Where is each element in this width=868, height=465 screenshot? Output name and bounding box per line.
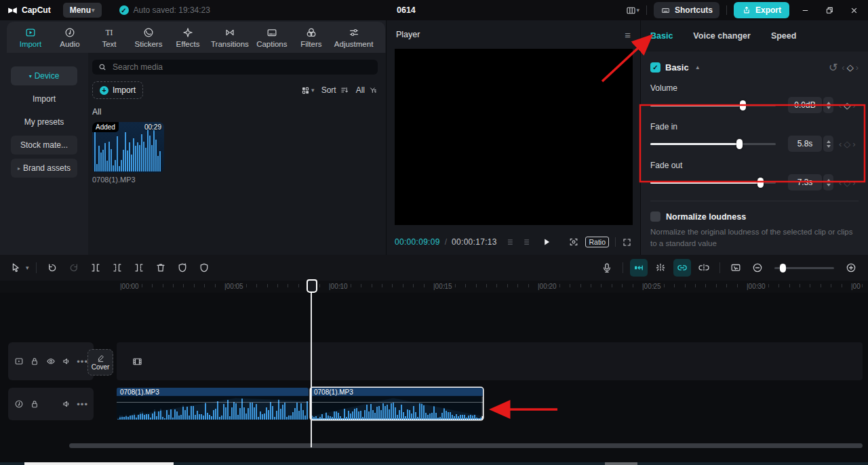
magnet-icon[interactable] [630,259,648,277]
timeline-zoom-slider[interactable] [774,267,834,269]
export-button[interactable]: Export [734,2,789,18]
mic-icon[interactable] [598,259,616,277]
shield-ai-icon[interactable] [174,259,191,277]
split-right-icon[interactable] [130,259,148,277]
fade-in-slider[interactable] [650,143,776,145]
tab-adjustment[interactable]: Adjustment [332,22,376,52]
speaker-icon[interactable] [61,399,72,409]
frame-backward-icon[interactable] [506,237,516,247]
sidebar-item-stock-mate-[interactable]: Stock mate... [11,136,77,155]
zoom-out-icon[interactable] [749,259,766,277]
speaker-icon[interactable] [61,356,72,367]
fade-out-slider[interactable] [650,182,776,184]
search-bar[interactable] [92,60,378,75]
video-track-icon[interactable] [14,356,24,367]
sidebar-item-brand-assets[interactable]: ▸Brand assets [11,159,77,178]
audio-clip[interactable]: 0708(1).MP3 [117,388,309,420]
frame-forward-icon[interactable] [521,237,531,247]
filter-button[interactable]: All [356,85,378,95]
cover-button[interactable]: Cover [87,349,113,376]
sort-button[interactable]: Sort [321,85,349,95]
tab-transitions[interactable]: Transitions [209,22,251,52]
horizontal-scrollbar[interactable] [69,443,863,448]
view-mode-selector[interactable]: ▾ [300,85,315,96]
video-track-lane[interactable] [117,342,863,380]
search-input[interactable] [111,62,372,73]
player-title: Player [396,30,420,39]
lock-icon[interactable] [29,399,40,409]
keyframe-nav[interactable]: ‹◇› [842,62,859,73]
volume-line[interactable] [311,402,483,403]
reset-icon[interactable]: ↺ [829,61,837,74]
redo-icon[interactable] [65,259,83,277]
tab-captions[interactable]: Captions [254,22,290,52]
link-icon[interactable] [673,259,691,277]
split-left-icon[interactable] [108,259,126,277]
chevron-down-icon: ▾ [311,87,315,94]
tab-effects[interactable]: Effects [170,22,206,52]
volume-value[interactable]: 0.0dB [788,97,822,113]
screen-icon[interactable] [727,259,745,277]
fade-out-value[interactable]: 7.3s [788,174,822,190]
sidebar-item-import[interactable]: Import [11,89,77,108]
shield-icon[interactable] [195,259,213,277]
preview-frame-icon[interactable] [652,259,669,277]
fade-in-value[interactable]: 5.8s [788,136,822,152]
audio-track-icon[interactable] [14,399,24,409]
collapse-caret-icon[interactable]: ▲ [695,64,701,70]
fade-in-keyframe[interactable]: ‹◇› [839,139,856,149]
inspector-tab-basic[interactable]: Basic [650,31,673,41]
media-item[interactable]: Added 00:29 [92,122,164,173]
restore-button[interactable] [821,1,838,19]
fade-in-stepper[interactable] [823,136,833,152]
audio-clip-selected[interactable]: 0708(1).MP3 [311,388,483,420]
more-options-icon[interactable]: ••• [77,399,88,409]
volume-stepper[interactable] [823,97,833,113]
play-button[interactable] [541,237,552,247]
normalize-loudness-checkbox[interactable] [650,211,660,222]
trash-icon[interactable] [152,259,170,277]
select-icon[interactable] [7,259,24,277]
zoom-in-icon[interactable] [842,259,860,277]
tab-text[interactable]: TIText [91,22,127,52]
volume-keyframe[interactable]: ‹◇› [839,100,856,110]
eye-icon[interactable] [45,356,56,367]
video-preview[interactable] [395,49,633,225]
minimize-button[interactable] [796,1,814,19]
split-icon[interactable] [87,259,104,277]
tab-import[interactable]: Import [12,22,49,52]
mirror-icon[interactable] [695,259,713,277]
lock-icon[interactable] [29,356,40,367]
layout-icon[interactable]: ▾ [625,5,639,16]
close-button[interactable] [845,1,863,19]
import-icon [24,26,37,39]
focus-icon[interactable] [568,237,579,247]
keyframe-diamond-icon: ◇ [844,139,850,149]
inspector-tab-voice-changer[interactable]: Voice changer [693,31,751,41]
fade-out-keyframe[interactable]: ‹◇› [839,178,856,188]
player-menu-icon[interactable]: ≡ [625,29,631,41]
undo-icon[interactable] [43,259,61,277]
sidebar-item-device[interactable]: ▾Device [11,66,77,85]
volume-slider[interactable] [650,104,776,106]
tab-stickers[interactable]: Stickers [130,22,167,52]
volume-line[interactable] [117,402,309,403]
shortcuts-button[interactable]: Shortcuts [654,2,719,18]
basic-checkbox[interactable]: ✓ [650,62,660,73]
sidebar-item-my-presets[interactable]: My presets [11,113,77,132]
more-options-icon[interactable]: ••• [77,357,88,367]
inspector-tab-speed[interactable]: Speed [771,31,797,41]
tab-filters[interactable]: Filters [293,22,330,52]
playhead-handle[interactable] [307,279,317,293]
playhead-line[interactable] [311,279,312,447]
timeline-ruler[interactable]: |00:00|00:05|00:10|00:15|00:20|00:25|00:… [0,281,868,293]
menu-button[interactable]: Menu ▾ [63,3,102,18]
tab-audio[interactable]: Audio [52,22,88,52]
fullscreen-icon[interactable] [622,237,632,247]
ratio-button[interactable]: Ratio [585,237,609,247]
normalize-loudness-description: Normalize the original loudness of the s… [650,226,857,250]
zoom-slider-handle[interactable] [780,264,786,272]
media-sidebar: ▾DeviceImportMy presetsStock mate...▸Bra… [7,60,81,255]
import-media-button[interactable]: + Import [92,81,143,99]
fade-out-stepper[interactable] [823,174,833,190]
